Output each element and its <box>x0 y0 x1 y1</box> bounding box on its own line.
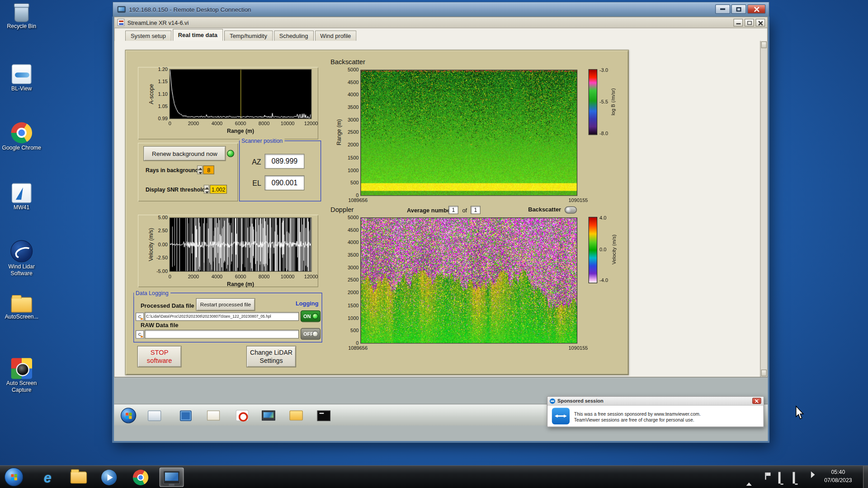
backscatter-title: Backscatter <box>330 58 365 66</box>
tab-scheduling[interactable]: Scheduling <box>274 30 314 41</box>
teamviewer-popup-title: Sponsored session <box>557 398 604 404</box>
desktop-icon-label: Recycle Bin <box>1 23 42 30</box>
app-close-button[interactable] <box>755 19 765 27</box>
of-label: of <box>462 207 467 214</box>
desktop-icon-label: Google Chrome <box>1 145 42 151</box>
start-button[interactable] <box>5 468 24 487</box>
tab-system-setup[interactable]: System setup <box>125 30 171 41</box>
average-number-value[interactable]: 1 <box>448 206 458 214</box>
az-label: AZ <box>252 158 261 166</box>
tab-temp-humidity[interactable]: Temp/humidity <box>224 30 273 41</box>
desktop-icon-autoscreen[interactable]: AutoScreen... <box>1 297 42 320</box>
remote-taskbar-app-grid[interactable] <box>176 407 195 424</box>
maximize-icon <box>747 21 751 25</box>
teamviewer-popup-titlebar[interactable]: Sponsored session <box>547 397 764 406</box>
close-icon <box>754 6 760 12</box>
restart-processed-file-button[interactable]: Restart processed file <box>196 298 255 311</box>
ascope-plot[interactable] <box>170 70 311 118</box>
maximize-icon <box>736 7 741 11</box>
snr-spinner[interactable] <box>204 185 209 194</box>
show-desktop-button[interactable] <box>863 466 868 488</box>
processed-logging-switch[interactable]: ON <box>301 310 321 322</box>
desktop-icon-label: BL-View <box>1 85 42 92</box>
raw-logging-switch[interactable]: OFF <box>301 328 321 340</box>
backscatter-colorbar-label: log B (/m/sr) <box>610 74 617 129</box>
background-led-icon <box>227 150 234 157</box>
stop-software-button[interactable]: STOPsoftware <box>137 346 182 367</box>
doppler-heatmap[interactable] <box>361 218 577 343</box>
drive-icon[interactable]: C <box>136 313 144 321</box>
average-count-value[interactable]: 1 <box>471 206 481 214</box>
minimize-icon <box>736 23 741 24</box>
desktop-icon-label: Auto Screen Capture <box>1 380 42 393</box>
desktop-icon-auto-screen-capture[interactable]: Auto Screen Capture <box>1 358 42 393</box>
app-minimize-button[interactable] <box>733 19 743 27</box>
rays-value[interactable]: 8 <box>203 165 214 174</box>
tab-strip: System setup Real time data Temp/humidit… <box>125 29 358 41</box>
taskbar-remote-desktop-active[interactable] <box>160 468 184 487</box>
raw-path-input[interactable] <box>145 330 299 339</box>
desktop: Recycle Bin BL-View Google Chrome MW41 W… <box>0 0 868 488</box>
document-icon <box>207 411 219 421</box>
wind-lidar-icon <box>10 240 33 262</box>
snr-value[interactable]: 1.002 <box>210 185 227 194</box>
remote-taskbar-app-folder[interactable] <box>287 407 306 424</box>
remote-taskbar-app-cmd[interactable] <box>315 407 334 424</box>
scroll-up-arrow-icon[interactable] <box>761 42 767 48</box>
app-vertical-scrollbar[interactable] <box>760 41 767 377</box>
app-titlebar[interactable]: StreamLine XR v14-6.vi <box>114 17 767 28</box>
remote-taskbar-app-power[interactable] <box>232 407 251 424</box>
rdp-close-button[interactable] <box>747 5 765 14</box>
rdp-window-title: 192.168.0.150 - Remote Desktop Connectio… <box>129 6 251 13</box>
rays-spinner[interactable] <box>197 165 203 174</box>
desktop-icon-wind-lidar[interactable]: Wind Lidar Software <box>1 240 42 277</box>
rdp-maximize-button[interactable] <box>731 5 746 14</box>
scanner-position-box: Scanner position AZ 089.999 EL 090.001 <box>239 141 321 202</box>
teamviewer-close-button[interactable] <box>752 398 761 404</box>
clock-time: 05:40 <box>821 469 856 476</box>
taskbar-media-player[interactable] <box>97 468 121 487</box>
taskbar-windows-explorer[interactable] <box>66 468 91 487</box>
backscatter-heatmap[interactable] <box>361 70 577 196</box>
backscatter-colorbar-ticks: -3.0 -5.5 -8.0 <box>599 67 608 136</box>
taskbar: e 05:40 07/08/2023 <box>0 465 868 488</box>
remote-taskbar-app-document[interactable] <box>204 407 223 424</box>
az-value[interactable]: 089.999 <box>264 154 304 169</box>
tray-network[interactable] <box>793 473 795 483</box>
doppler-colorbar-label: Velocity (m/s) <box>611 222 618 277</box>
velocity-plot[interactable] <box>170 218 311 271</box>
remote-taskbar-app-window[interactable] <box>145 407 164 424</box>
desktop-icon-recycle-bin[interactable]: Recycle Bin <box>1 5 42 30</box>
windows-flag-icon <box>11 474 17 480</box>
data-logging-box: Data Logging Processed Data file Restart… <box>133 293 322 343</box>
drive-icon[interactable]: C <box>136 330 144 338</box>
processed-path-input[interactable]: C:\Lidar\Data\Proc\2023\202308\20230807\… <box>145 312 299 321</box>
blue-grid-icon <box>179 410 191 421</box>
backscatter-toggle-label: Backscatter <box>528 206 561 213</box>
tab-wind-profile[interactable]: Wind profile <box>315 30 356 41</box>
taskbar-internet-explorer[interactable]: e <box>35 468 60 487</box>
change-lidar-settings-button[interactable]: Change LiDARSettings <box>246 346 296 367</box>
app-content: A-scope 1.20 1.15 1.10 1.05 0.99 0 2000 <box>114 41 767 377</box>
el-value[interactable]: 090.001 <box>264 175 304 190</box>
remote-start-button[interactable] <box>121 408 136 423</box>
scroll-down-arrow-icon[interactable] <box>761 370 767 376</box>
remote-taskbar-app-monitor[interactable] <box>259 407 278 424</box>
el-label: EL <box>252 179 261 188</box>
rdp-minimize-button[interactable] <box>715 5 730 14</box>
backscatter-toggle[interactable] <box>565 206 577 214</box>
desktop-icon-mw41[interactable]: MW41 <box>1 183 42 211</box>
taskbar-chrome[interactable] <box>128 468 153 487</box>
teamviewer-icon <box>550 398 555 404</box>
tab-real-time-data[interactable]: Real time data <box>173 29 223 41</box>
rdp-window: 192.168.0.150 - Remote Desktop Connectio… <box>113 17 769 443</box>
rdp-titlebar[interactable]: 192.168.0.150 - Remote Desktop Connectio… <box>113 2 769 17</box>
taskbar-clock[interactable]: 05:40 07/08/2023 <box>821 469 856 484</box>
app-maximize-button[interactable] <box>745 19 754 27</box>
tray-display[interactable] <box>778 473 781 483</box>
desktop-icon-google-chrome[interactable]: Google Chrome <box>1 122 42 151</box>
tray-expand-button[interactable] <box>746 473 752 483</box>
renew-background-button[interactable]: Renew background now <box>143 146 226 161</box>
backscatter-x-left: 1089656 <box>348 197 368 203</box>
desktop-icon-bl-view[interactable]: BL-View <box>1 64 42 92</box>
